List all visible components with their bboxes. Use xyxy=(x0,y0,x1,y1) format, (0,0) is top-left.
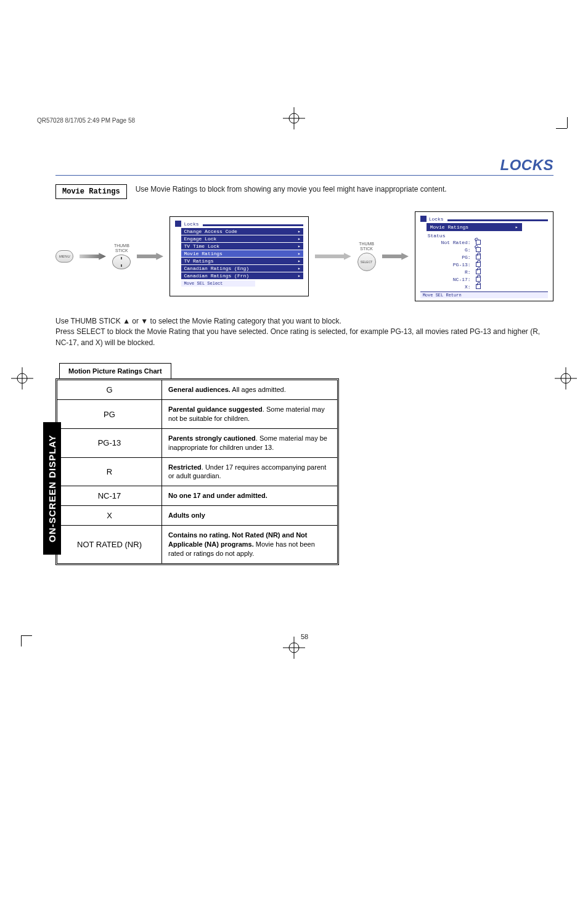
table-row: PG-13Parents strongly cautioned. Some ma… xyxy=(57,428,337,457)
rating-description: Adults only xyxy=(162,505,337,525)
rating-code: X xyxy=(57,505,162,525)
rating-description: Contains no rating. Not Rated (NR) and N… xyxy=(162,525,337,563)
osd-menu-item: Movie Ratings▸ xyxy=(181,250,303,257)
rating-code: R xyxy=(57,457,162,486)
rating-code: NC-17 xyxy=(57,486,162,505)
rating-code: PG xyxy=(57,399,162,428)
svg-marker-15 xyxy=(382,253,409,260)
svg-marker-14 xyxy=(315,253,351,260)
registration-mark xyxy=(283,107,305,129)
osd-movie-ratings-status: Locks Movie Ratings▸ Status Not Rated:G:… xyxy=(415,211,553,301)
lock-icon xyxy=(476,269,481,274)
status-row: PG-13: xyxy=(428,261,548,268)
print-header-meta: QR57028 8/17/05 2:49 PM Page 58 xyxy=(37,117,135,124)
arrow-icon xyxy=(315,252,351,261)
intro-text: Use Movie Ratings to block from showing … xyxy=(136,184,447,195)
status-label: Status xyxy=(428,233,548,238)
status-row: R: xyxy=(428,268,548,275)
section-title: LOCKS xyxy=(55,157,553,176)
table-row: PGParental guidance suggested. Some mate… xyxy=(57,399,337,428)
rating-description: Parents strongly cautioned. Some materia… xyxy=(162,428,337,457)
osd-menu-item: TV Time Lock▸ xyxy=(181,243,303,250)
rating-description: General audiences. All ages admitted. xyxy=(162,380,337,399)
osd-locks-menu: Locks Change Access Code▸Engage Lock▸TV … xyxy=(169,216,308,296)
arrow-icon xyxy=(137,252,163,261)
table-row: NOT RATED (NR)Contains no rating. Not Ra… xyxy=(57,525,337,563)
select-button-icon: SELECT xyxy=(357,253,376,271)
osd-menu-item: Change Access Code▸ xyxy=(181,228,303,235)
thumb-stick-icon: THUMB STICK SELECT xyxy=(357,242,376,271)
rating-description: Restricted. Under 17 requires accompanyi… xyxy=(162,457,337,486)
status-row: Not Rated: xyxy=(428,238,548,246)
crop-mark xyxy=(10,624,32,646)
registration-mark xyxy=(283,637,305,659)
registration-mark xyxy=(11,367,33,389)
osd-footer: Move SEL Select xyxy=(181,280,255,287)
registration-mark xyxy=(555,367,577,389)
rating-code: G xyxy=(57,380,162,399)
instruction-text: Use THUMB STICK ▲ or ▼ to select the Mov… xyxy=(55,316,553,348)
osd-menu-item: Canadian Ratings (Eng)▸ xyxy=(181,265,303,272)
menu-button-icon: MENU xyxy=(55,250,73,263)
crop-mark xyxy=(556,117,578,139)
diagram-row: MENU THUMB STICK Locks Change Access Cod… xyxy=(55,211,553,301)
svg-marker-13 xyxy=(137,253,163,260)
rating-code: PG-13 xyxy=(57,428,162,457)
unlock-icon xyxy=(476,240,481,245)
rating-description: Parental guidance suggested. Some materi… xyxy=(162,399,337,428)
rating-code: NOT RATED (NR) xyxy=(57,525,162,563)
table-row: RRestricted. Under 17 requires accompany… xyxy=(57,457,337,486)
table-row: NC-17No one 17 and under admitted. xyxy=(57,486,337,505)
lock-icon xyxy=(476,277,481,282)
side-tab: ON-SCREEN DISPLAY xyxy=(43,422,61,555)
movie-ratings-label: Movie Ratings xyxy=(55,184,127,199)
status-row: PG: xyxy=(428,253,548,261)
status-row: NC-17: xyxy=(428,275,548,283)
lock-icon xyxy=(476,262,481,267)
osd-title: Locks xyxy=(429,216,444,222)
osd-sub-item: Movie Ratings▸ xyxy=(427,223,522,231)
table-row: GGeneral audiences. All ages admitted. xyxy=(57,380,337,399)
lock-icon xyxy=(476,255,481,259)
svg-marker-12 xyxy=(80,253,106,260)
status-row: X: xyxy=(428,283,548,290)
ratings-table: GGeneral audiences. All ages admitted.PG… xyxy=(55,378,339,565)
lock-icon xyxy=(476,284,481,289)
arrow-icon xyxy=(80,252,106,261)
table-row: XAdults only xyxy=(57,505,337,525)
unlock-icon xyxy=(476,247,481,252)
rating-description: No one 17 and under admitted. xyxy=(162,486,337,505)
osd-menu-item: Engage Lock▸ xyxy=(181,235,303,242)
thumb-stick-icon: THUMB STICK xyxy=(112,243,131,269)
status-row: G: xyxy=(428,246,548,253)
osd-menu-item: TV Ratings▸ xyxy=(181,258,303,264)
osd-title: Locks xyxy=(184,221,198,227)
osd-footer: Move SEL Return xyxy=(420,291,548,298)
osd-menu-item: Canadian Ratings (Frn)▸ xyxy=(181,272,303,279)
chart-label: Motion Picture Ratings Chart xyxy=(59,363,171,379)
arrow-icon xyxy=(382,252,409,261)
